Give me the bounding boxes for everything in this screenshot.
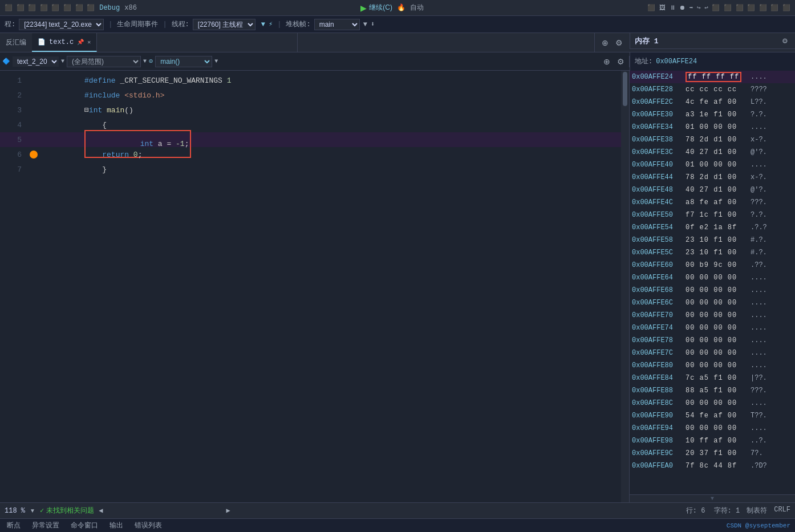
memory-row-4: 0x00AFFE34 01 00 00 00 .... — [630, 121, 795, 133]
mem-bytes-1: cc cc cc cc — [686, 86, 748, 94]
project-icon: 🔷 — [2, 58, 10, 65]
memory-row-16: 0x00AFFE64 00 00 00 00 .... — [630, 271, 795, 284]
memory-panel: 0x00AFFE24 ff ff ff ff .... 0x00AFFE28 c… — [630, 71, 795, 502]
mem-chars-30: 7?. — [751, 449, 763, 457]
top-toolbar: ⬛ ⬛ ⬛ ⬛ ⬛ ⬛ ⬛ ⬛ Debug x86 ▶ 继续(C) 🔥 自动 ⬛… — [0, 0, 795, 16]
mem-addr-5: 0x00AFFE38 — [632, 136, 683, 144]
memory-scroll-indicator: ▼ — [630, 494, 795, 502]
mem-chars-18: .... — [751, 299, 767, 307]
mem-chars-25: ???. — [751, 387, 767, 395]
mem-addr-4: 0x00AFFE34 — [632, 123, 683, 131]
memory-header-tab: 内存 1 ⚙ — [630, 33, 795, 49]
zoom-dropdown[interactable]: ▼ — [30, 507, 35, 514]
mem-chars-28: .... — [751, 424, 767, 432]
mem-bytes-14: 23 10 f1 00 — [686, 249, 748, 257]
mem-addr-0: 0x00AFFE24 — [632, 73, 683, 81]
tab-settings-button[interactable]: ⚙ — [613, 37, 625, 48]
stack-expand-icon: ⬇ — [371, 20, 375, 29]
mem-bytes-22: 00 00 00 00 — [686, 349, 748, 357]
mem-chars-23: .... — [751, 362, 767, 369]
thread-prefix: 线程: — [172, 19, 189, 29]
mem-addr-25: 0x00AFFE88 — [632, 387, 683, 395]
func-selector[interactable]: main() — [155, 56, 212, 67]
continue-label: 继续(C) — [369, 3, 392, 13]
memory-row-27: 0x00AFFE90 54 fe af 00 T??. — [630, 409, 795, 422]
decompile-tab[interactable]: 反汇编 — [0, 33, 32, 52]
scrollbar-thumb[interactable] — [623, 72, 627, 106]
debug-label: Debug — [99, 4, 120, 12]
bottom-tab-output[interactable]: 输出 — [107, 521, 125, 530]
mem-addr-15: 0x00AFFE60 — [632, 261, 683, 269]
branding-label: CSDN @syseptember — [727, 522, 790, 529]
memory-row-12: 0x00AFFE54 0f e2 1a 8f .?.? — [630, 221, 795, 234]
mem-bytes-11: f7 1c f1 00 — [686, 211, 748, 219]
line-content-7: } — [38, 157, 629, 182]
mem-chars-0: .... — [751, 73, 767, 81]
line-number-7: 7 — [0, 165, 29, 174]
mem-chars-22: .... — [751, 349, 767, 357]
mem-chars-26: .... — [751, 399, 767, 407]
scroll-bar[interactable] — [107, 509, 221, 513]
line-indicator-6 — [29, 151, 38, 159]
bottom-tabs: 断点 异常设置 命令窗口 输出 错误列表 CSDN @syseptember — [0, 518, 795, 532]
memory-row-31: 0x00AFFEA0 7f 8c 44 8f .?D? — [630, 460, 795, 472]
mem-chars-3: ?.?. — [751, 111, 767, 119]
memory-row-23: 0x00AFFE80 00 00 00 00 .... — [630, 359, 795, 372]
mem-chars-6: @'?. — [751, 148, 767, 156]
no-issues-label: 未找到相关问题 — [46, 506, 94, 515]
mem-addr-21: 0x00AFFE78 — [632, 336, 683, 344]
scope-arrow-icon: ⊙ — [149, 57, 153, 66]
memory-row-30: 0x00AFFE9C 20 37 f1 00 7?. — [630, 447, 795, 460]
tab-close-button[interactable]: ✕ — [87, 39, 91, 46]
mem-addr-14: 0x00AFFE5C — [632, 249, 683, 257]
memory-content: 0x00AFFE24 ff ff ff ff .... 0x00AFFE28 c… — [630, 71, 795, 494]
mem-chars-13: #.?. — [751, 236, 767, 244]
toolbar-icons-left: ⬛ ⬛ ⬛ ⬛ ⬛ ⬛ ⬛ ⬛ — [5, 4, 95, 11]
scope-selector[interactable]: (全局范围) — [67, 56, 141, 67]
memory-row-6: 0x00AFFE3C 40 27 d1 00 @'?. — [630, 146, 795, 159]
memory-scroll-down-icon[interactable]: ▼ — [711, 496, 714, 502]
mem-bytes-24: 7c a5 f1 00 — [686, 374, 748, 382]
mem-chars-1: ???? — [751, 86, 767, 94]
bottom-tab-exceptions[interactable]: 异常设置 — [30, 521, 62, 530]
mem-addr-12: 0x00AFFE54 — [632, 224, 683, 232]
bottom-tab-breakpoints[interactable]: 断点 — [5, 521, 23, 530]
mem-bytes-12: 0f e2 1a 8f — [686, 224, 748, 232]
process-bar: 程: [22344] text_2_20.exe | 生命周期事件 | 线程: … — [0, 16, 795, 33]
bottom-tab-errors[interactable]: 错误列表 — [132, 521, 164, 530]
mem-bytes-23: 00 00 00 00 — [686, 362, 748, 369]
mem-addr-16: 0x00AFFE64 — [632, 274, 683, 282]
mem-addr-1: 0x00AFFE28 — [632, 86, 683, 94]
memory-row-8: 0x00AFFE44 78 2d d1 00 x-?. — [630, 171, 795, 184]
thread-selector[interactable]: [22760] 主线程 — [193, 19, 255, 30]
continue-button[interactable]: ▶ 继续(C) — [360, 3, 392, 13]
mem-chars-14: #.?. — [751, 249, 767, 257]
mem-bytes-5: 78 2d d1 00 — [686, 136, 748, 144]
separator-2: | — [163, 21, 167, 29]
process-prefix: 程: — [5, 19, 15, 29]
mem-chars-8: x-?. — [751, 173, 767, 181]
mem-addr-27: 0x00AFFE90 — [632, 412, 683, 420]
editor-expand-button[interactable]: ⊕ — [601, 56, 613, 67]
scroll-left-button[interactable]: ◀ — [99, 506, 103, 515]
mem-bytes-0: ff ff ff ff — [686, 72, 748, 82]
bottom-tab-command[interactable]: 命令窗口 — [68, 521, 100, 530]
add-tab-button[interactable]: ⊕ — [599, 37, 611, 48]
editor-scrollbar[interactable] — [621, 71, 629, 502]
toolbar-icons-right: ⬛ 🖼 ⏸ ⏺ ➡ ↪ ↩ ⬛ ⬛ ⬛ ⬛ ⬛ ⬛ ⬛ — [647, 4, 790, 11]
mem-addr-3: 0x00AFFE30 — [632, 111, 683, 119]
process-selector[interactable]: [22344] text_2_20.exe — [19, 19, 104, 30]
stack-dropdown-icon: ▼ — [363, 21, 367, 29]
mem-bytes-10: a8 fe af 00 — [686, 198, 748, 206]
project-selector[interactable]: text_2_20 — [13, 56, 59, 67]
file-tab[interactable]: 📄 text.c 📌 ✕ — [32, 33, 97, 52]
editor-settings-button[interactable]: ⚙ — [615, 56, 627, 67]
scroll-right-button[interactable]: ▶ — [226, 506, 230, 515]
memory-row-2: 0x00AFFE2C 4c fe af 00 L??. — [630, 96, 795, 108]
mem-addr-7: 0x00AFFE40 — [632, 161, 683, 169]
editor-toolbar: 🔷 text_2_20 ▼ (全局范围) ▼ ⊙ main() ▼ ⊕ ⚙ 地址… — [0, 52, 795, 71]
memory-settings-button[interactable]: ⚙ — [780, 36, 790, 46]
stack-selector[interactable]: main — [314, 19, 360, 30]
mem-bytes-26: 00 00 00 00 — [686, 399, 748, 407]
mem-bytes-29: 10 ff af 00 — [686, 437, 748, 445]
